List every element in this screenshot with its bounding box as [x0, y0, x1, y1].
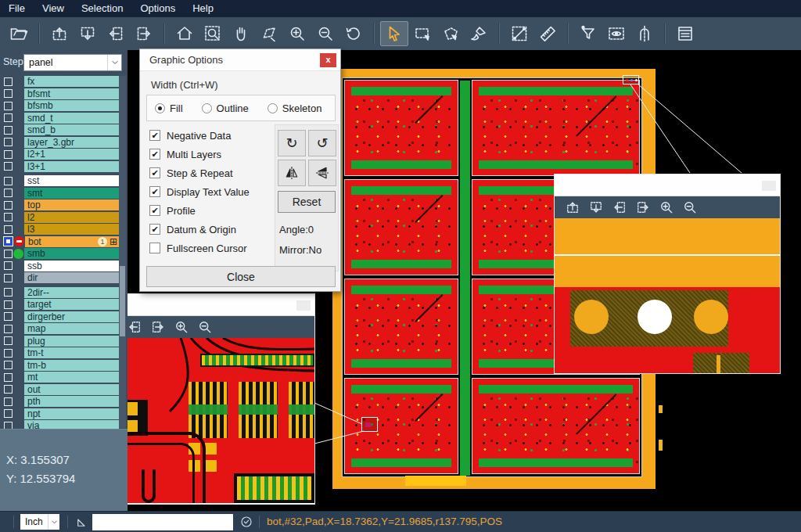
menu-selection[interactable]: Selection — [73, 0, 131, 17]
layer-checkbox[interactable] — [4, 138, 13, 146]
radio-skeleton[interactable]: Skeleton — [268, 102, 322, 114]
layer-row[interactable]: out — [0, 384, 128, 395]
scrollbar-thumb[interactable] — [120, 266, 125, 336]
layer-row[interactable]: npt — [0, 408, 128, 419]
checkbox-icon[interactable]: ✔ — [149, 130, 160, 141]
layer-row[interactable]: smd_b — [0, 124, 128, 135]
check-negative-data[interactable]: ✔Negative Data — [149, 126, 271, 145]
layer-checkbox[interactable] — [4, 102, 13, 110]
layer-row[interactable]: top — [0, 200, 128, 210]
menu-view[interactable]: View — [34, 0, 73, 17]
layer-name[interactable]: map — [24, 323, 119, 334]
menu-help[interactable]: Help — [184, 0, 222, 17]
chevron-down-icon[interactable] — [48, 514, 59, 530]
layer-row[interactable]: smb — [0, 248, 128, 259]
layer-row[interactable]: l3 — [0, 224, 128, 235]
layer-name[interactable]: dirgerber — [24, 311, 119, 322]
check-fullscreen-cursor[interactable]: Fullscreen Cursor — [149, 239, 271, 257]
layer-name[interactable]: out — [24, 384, 119, 395]
zoom-out-icon[interactable] — [311, 21, 339, 46]
measure-distance-icon[interactable] — [505, 21, 533, 46]
magnifier-window-top-right[interactable] — [554, 174, 781, 374]
layer-checkbox[interactable] — [4, 336, 13, 345]
layer-name[interactable]: tm-t — [24, 347, 119, 358]
layer-checkbox-selected[interactable] — [3, 236, 13, 246]
layer-checkbox[interactable] — [4, 77, 13, 86]
sidebar-scrollbar[interactable] — [119, 76, 126, 428]
layer-checkbox[interactable] — [4, 261, 13, 270]
dialog-title-bar[interactable]: Graphic Options x — [140, 49, 340, 71]
command-input[interactable] — [92, 514, 233, 530]
pan-up-icon[interactable] — [45, 21, 74, 46]
layer-name[interactable]: smd_t — [24, 113, 119, 124]
pan-left-icon[interactable] — [102, 21, 130, 46]
layer-name[interactable]: l2+1 — [24, 149, 119, 160]
checkbox-icon[interactable] — [149, 243, 160, 253]
checkbox-icon[interactable]: ✔ — [149, 205, 160, 216]
checkbox-icon[interactable]: ✔ — [149, 224, 160, 235]
magnifier-title-bar[interactable] — [555, 174, 780, 196]
pan-up-icon[interactable] — [561, 198, 584, 217]
view-highlight-icon[interactable] — [602, 21, 630, 46]
layer-checkbox[interactable] — [4, 201, 13, 210]
zoom-in-icon[interactable] — [283, 21, 311, 46]
zoom-previous-icon[interactable] — [339, 21, 368, 46]
zoom-in-icon[interactable] — [655, 198, 678, 217]
layer-checkbox[interactable] — [4, 162, 13, 171]
layer-row[interactable]: sst — [0, 175, 128, 186]
check-display-text-value[interactable]: ✔Display Text Value — [149, 182, 271, 201]
layer-checkbox[interactable] — [4, 113, 13, 122]
layer-name[interactable]: pth — [24, 396, 119, 407]
window-button-icon[interactable] — [296, 300, 311, 311]
select-cursor-icon[interactable] — [380, 21, 408, 46]
layer-checkbox[interactable] — [4, 225, 13, 234]
layer-row[interactable]: pth — [0, 396, 128, 407]
layer-row[interactable]: 2dir-- — [0, 287, 128, 298]
unit-select[interactable]: Inch — [20, 514, 59, 530]
layer-row[interactable]: dir — [0, 272, 128, 283]
layer-name[interactable]: l3 — [24, 224, 119, 235]
layer-name[interactable]: sst — [24, 175, 119, 186]
layer-checkbox[interactable] — [4, 288, 13, 297]
layer-name[interactable]: smt — [24, 188, 119, 199]
pan-hand-icon[interactable] — [227, 21, 255, 46]
layer-name[interactable]: dir — [24, 272, 119, 283]
close-button[interactable]: Close — [146, 266, 336, 287]
zoom-out-icon[interactable] — [193, 318, 217, 336]
layer-row[interactable]: dirgerber — [0, 311, 128, 322]
reset-button[interactable]: Reset — [278, 191, 336, 213]
layer-name[interactable]: bfsmt — [24, 88, 119, 99]
layer-checkbox[interactable] — [4, 349, 13, 358]
layer-row[interactable]: smt — [0, 188, 128, 199]
layer-row[interactable]: smd_t — [0, 113, 128, 124]
layer-checkbox[interactable] — [4, 409, 13, 418]
layer-name[interactable]: bot 1 ⊞ — [25, 236, 119, 247]
rotate-ccw-button[interactable]: ↺ — [308, 130, 336, 156]
check-step-repeat[interactable]: ✔Step & Repeat — [149, 164, 271, 182]
layer-row[interactable]: tm-b — [0, 360, 128, 371]
layer-checkbox[interactable] — [4, 397, 13, 406]
zoom-in-icon[interactable] — [170, 318, 193, 336]
layer-name[interactable]: plug — [24, 336, 119, 347]
magnifier-view[interactable] — [555, 218, 780, 373]
layer-name[interactable]: tm-b — [24, 360, 119, 371]
layer-checkbox[interactable] — [4, 274, 13, 282]
layer-name[interactable]: bfsmb — [24, 100, 119, 111]
layer-checkbox[interactable] — [4, 300, 13, 309]
layer-checkbox[interactable] — [4, 385, 13, 394]
layer-checkbox[interactable] — [4, 312, 13, 321]
layer-checkbox[interactable] — [4, 361, 13, 369]
rotate-cw-button[interactable]: ↻ — [278, 130, 306, 156]
layer-row[interactable]: target — [0, 299, 128, 310]
layer-name[interactable]: fx — [24, 76, 119, 87]
open-file-icon[interactable] — [5, 21, 33, 46]
report-icon[interactable] — [671, 21, 699, 46]
checkbox-icon[interactable]: ✔ — [149, 149, 160, 160]
layer-name[interactable]: ssb — [24, 261, 119, 271]
layer-checkbox[interactable] — [4, 177, 13, 185]
rect-select-icon[interactable] — [408, 21, 436, 46]
mirror-horizontal-button[interactable] — [308, 160, 336, 186]
layer-name[interactable]: mt — [24, 372, 119, 383]
layer-row[interactable]: layer_3.gbr — [0, 137, 128, 148]
layer-name[interactable]: 2dir-- — [24, 287, 119, 298]
